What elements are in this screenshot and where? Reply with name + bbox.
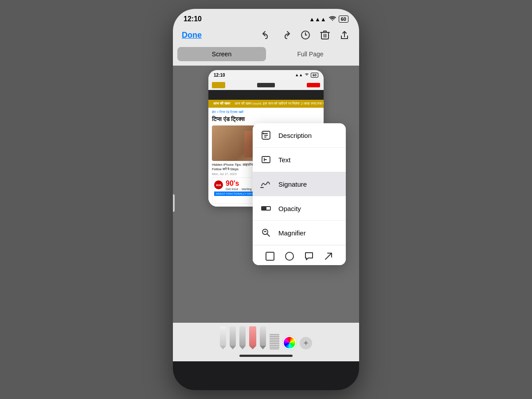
svg-rect-8: [266, 252, 274, 260]
popup-menu: Description Text Signature: [253, 123, 346, 265]
svg-point-3: [263, 133, 264, 134]
ad-logo-text: AIA: [216, 184, 221, 187]
svg-point-9: [286, 252, 293, 260]
pencil-tool[interactable]: [260, 326, 266, 349]
opacity-label: Opacity: [278, 205, 301, 212]
pencil-tip: [260, 346, 266, 349]
pen-tool-1[interactable]: [220, 326, 226, 349]
screen-tab[interactable]: Screen: [177, 47, 266, 61]
text-label: Text: [278, 156, 291, 164]
text-icon: [260, 153, 272, 166]
segment-control: Screen Full Page: [173, 45, 359, 66]
phone-frame: 12:10 ▲▲▲ 60 Done: [173, 9, 359, 390]
add-tool-button[interactable]: +: [300, 337, 312, 349]
inner-status-icons: ▲▲ 60: [295, 73, 318, 78]
pen-1-tip: [220, 346, 226, 349]
pen-2-body: [230, 326, 236, 346]
fullpage-tab[interactable]: Full Page: [266, 47, 355, 61]
inner-logo3: [307, 83, 320, 87]
arrow-button[interactable]: [322, 250, 335, 262]
status-time: 12:10: [184, 15, 202, 23]
news-ticker: आज की खबर आज की खबर count: इस कार को खरी…: [208, 100, 324, 108]
inner-logo2: [257, 83, 275, 87]
ticker-text: आज की खबर count: इस कार को खरीदने पर मिल…: [235, 102, 324, 106]
svg-rect-5: [262, 207, 266, 210]
eraser-body: [249, 326, 256, 346]
description-icon: [260, 129, 272, 141]
popup-shapes-row: [253, 245, 346, 265]
pen-3-body: [239, 326, 246, 346]
done-button[interactable]: Done: [182, 31, 202, 40]
speech-bubble-button[interactable]: [303, 250, 315, 262]
pen-1-body: [220, 326, 226, 346]
home-indicator-area: [173, 352, 359, 361]
screenshot-area: 12:10 ▲▲ 60 आज की खबर आज: [173, 66, 359, 323]
inner-breadcrumb: होम » टिप्स एंड ट्रिक्स खबरें: [212, 110, 320, 114]
svg-rect-1: [321, 32, 329, 39]
battery-icon: 60: [339, 16, 348, 23]
pen-tool-2[interactable]: [230, 326, 236, 349]
signature-icon: [260, 178, 272, 190]
opacity-icon: [260, 202, 272, 215]
undo-button[interactable]: [261, 29, 272, 41]
pen-tool-3[interactable]: [239, 326, 246, 349]
pencil-body: [260, 326, 266, 346]
popup-item-magnifier[interactable]: Magnifier: [253, 221, 346, 245]
ad-logo: AIA: [214, 180, 223, 189]
ruler-tool[interactable]: [270, 333, 279, 349]
inner-page-title: टिप्स एंड ट्रिक्स: [212, 116, 320, 123]
popup-item-signature[interactable]: Signature: [253, 172, 346, 196]
square-shape-button[interactable]: [264, 250, 276, 262]
status-icons: ▲▲▲ 60: [309, 16, 348, 23]
magnifier-label: Magnifier: [278, 229, 306, 237]
delete-button[interactable]: [319, 29, 331, 41]
inner-wifi-icon: [305, 73, 309, 78]
pen-2-tip: [230, 346, 236, 349]
inner-signal-icon: ▲▲: [295, 73, 303, 78]
description-label: Description: [278, 132, 312, 139]
home-bar[interactable]: [239, 355, 293, 357]
eraser-tip: [249, 346, 256, 349]
wifi-icon: [329, 16, 336, 23]
popup-item-description[interactable]: Description: [253, 123, 346, 148]
markup-button[interactable]: [300, 29, 311, 41]
signature-label: Signature: [278, 180, 307, 188]
ticker-label: आज की खबर: [212, 101, 231, 106]
drawing-toolbar: +: [173, 323, 359, 352]
eraser-tool[interactable]: [249, 326, 256, 349]
toolbar-icons: [261, 29, 350, 41]
side-handle[interactable]: [173, 194, 175, 212]
inner-logo1: [212, 82, 225, 88]
inner-dark-bar: [208, 90, 324, 100]
inner-battery-icon: 60: [311, 73, 318, 78]
signal-icon: ▲▲▲: [309, 16, 326, 23]
inner-time: 12:10: [214, 73, 225, 78]
color-wheel-button[interactable]: [283, 336, 296, 349]
magnifier-icon: [260, 227, 272, 239]
top-toolbar: Done: [173, 26, 359, 45]
inner-status-bar: 12:10 ▲▲ 60: [208, 70, 324, 80]
circle-shape-button[interactable]: [283, 250, 296, 262]
svg-rect-6: [266, 207, 270, 210]
pen-3-tip: [239, 346, 246, 349]
inner-header: [208, 80, 324, 90]
popup-item-opacity[interactable]: Opacity: [253, 196, 346, 221]
redo-button[interactable]: [280, 29, 292, 41]
ruler-body: [270, 333, 279, 349]
share-button[interactable]: [339, 29, 350, 41]
status-bar: 12:10 ▲▲▲ 60: [173, 9, 359, 26]
popup-item-text[interactable]: Text: [253, 148, 346, 172]
